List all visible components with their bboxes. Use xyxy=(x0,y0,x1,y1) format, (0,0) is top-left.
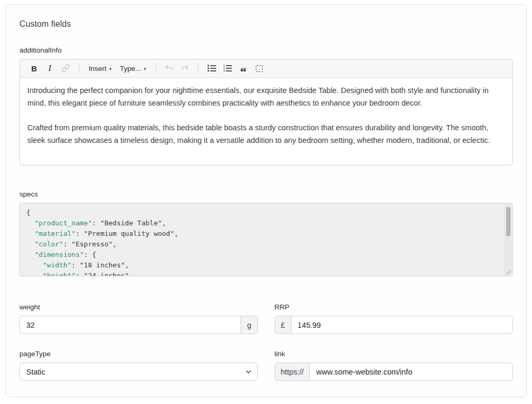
link-input[interactable] xyxy=(309,362,513,381)
rrp-input[interactable] xyxy=(291,316,513,334)
container-block-button[interactable] xyxy=(252,61,266,75)
link-button[interactable] xyxy=(59,61,72,75)
specs-resize-handle[interactable] xyxy=(506,270,511,275)
weight-input[interactable] xyxy=(19,316,241,334)
code-line: { xyxy=(26,208,499,218)
weight-label: weight xyxy=(19,303,258,311)
chevron-down-icon: ▾ xyxy=(109,66,112,71)
rrp-currency-addon: £ xyxy=(275,316,291,334)
page-type-field-group: pageType Static xyxy=(19,350,258,381)
page-type-label: pageType xyxy=(19,350,258,358)
editor-toolbar: B I Insert ▾ Type... ▾ xyxy=(20,59,512,78)
specs-code: { "product_name": "Bedside Table", "mate… xyxy=(26,208,499,276)
specs-code-editor[interactable]: { "product_name": "Bedside Table", "mate… xyxy=(19,203,513,276)
editor-paragraph: Introducing the perfect companion for yo… xyxy=(27,85,505,109)
redo-button[interactable] xyxy=(178,61,192,75)
link-protocol-addon: https:// xyxy=(275,362,310,381)
page-type-selected-value: Static xyxy=(26,368,45,376)
code-line: "material": "Premium quality wood", xyxy=(26,229,499,239)
toolbar-divider xyxy=(155,63,156,74)
blockquote-button[interactable]: “ xyxy=(236,61,250,75)
editor-paragraph: Crafted from premium quality materials, … xyxy=(27,122,505,147)
code-line: "dimensions": { xyxy=(26,250,499,260)
toolbar-divider xyxy=(79,63,79,74)
svg-text:3: 3 xyxy=(223,69,225,72)
ordered-list-icon: 1 2 3 xyxy=(223,65,232,72)
additional-info-label: additionalInfo xyxy=(19,46,513,54)
italic-button[interactable]: I xyxy=(43,61,57,75)
type-dropdown-label: Type... xyxy=(120,65,141,72)
code-line: "height": "24 inches" xyxy=(26,271,499,276)
toolbar-divider xyxy=(198,63,199,74)
specs-scrollbar-thumb[interactable] xyxy=(506,207,510,236)
undo-button[interactable] xyxy=(162,61,176,75)
rrp-field-group: RRP £ xyxy=(275,303,513,334)
custom-fields-card: Custom fields additionalInfo B I Insert … xyxy=(5,4,527,397)
link-field-group: link https:// xyxy=(275,350,513,381)
code-line: "width": "18 inches", xyxy=(26,260,499,271)
insert-dropdown-label: Insert xyxy=(89,65,107,72)
specs-label: specs xyxy=(19,190,513,198)
bold-button[interactable]: B xyxy=(27,61,41,75)
weight-unit-addon: g xyxy=(241,316,257,334)
dashed-box-icon xyxy=(256,65,263,72)
page-type-select[interactable]: Static xyxy=(19,362,258,381)
specs-scrollbar-track[interactable] xyxy=(505,204,512,275)
type-dropdown[interactable]: Type... ▾ xyxy=(117,61,149,75)
blockquote-icon: “ xyxy=(240,63,246,74)
undo-icon xyxy=(164,64,174,72)
link-label: link xyxy=(275,350,513,358)
insert-dropdown[interactable]: Insert ▾ xyxy=(86,61,114,75)
rrp-label: RRP xyxy=(275,303,513,311)
weight-field-group: weight g xyxy=(19,303,258,334)
ordered-list-button[interactable]: 1 2 3 xyxy=(221,61,234,75)
bullet-list-icon xyxy=(207,65,216,72)
redo-icon xyxy=(180,64,190,72)
code-line: "color": "Espresso", xyxy=(26,239,499,250)
chevron-down-icon: ▾ xyxy=(144,66,147,71)
chevron-down-icon xyxy=(245,368,252,376)
bullet-list-button[interactable] xyxy=(205,61,218,75)
editor-content[interactable]: Introducing the perfect companion for yo… xyxy=(20,78,512,165)
code-line: "product_name": "Bedside Table", xyxy=(26,218,499,229)
section-title: Custom fields xyxy=(19,19,513,29)
rich-text-editor: B I Insert ▾ Type... ▾ xyxy=(19,59,513,165)
link-icon xyxy=(61,64,70,72)
